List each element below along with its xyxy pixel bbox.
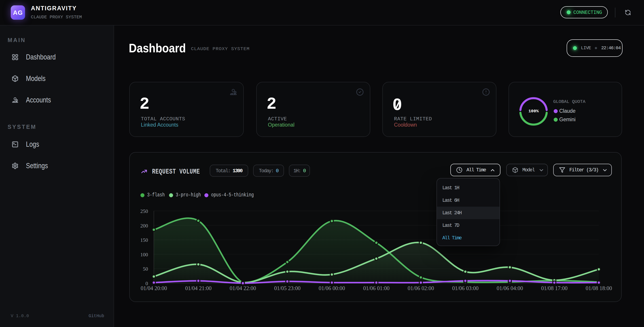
- svg-text:01/06 02:00: 01/06 02:00: [408, 285, 434, 291]
- svg-text:01/05 23:00: 01/05 23:00: [274, 285, 300, 291]
- svg-text:100: 100: [140, 252, 148, 258]
- svg-text:01/04 20:00: 01/04 20:00: [141, 285, 167, 291]
- svg-text:01/08 17:00: 01/08 17:00: [541, 285, 568, 291]
- svg-text:50: 50: [143, 266, 148, 272]
- svg-text:01/04 22:00: 01/04 22:00: [230, 285, 256, 291]
- svg-text:01/08 18:00: 01/08 18:00: [586, 285, 612, 291]
- svg-text:250: 250: [140, 208, 148, 214]
- svg-text:01/04 21:00: 01/04 21:00: [185, 285, 212, 291]
- svg-text:150: 150: [140, 237, 148, 243]
- svg-text:01/06 04:00: 01/06 04:00: [497, 285, 523, 291]
- svg-text:01/06 03:00: 01/06 03:00: [452, 285, 478, 291]
- svg-text:01/06 00:00: 01/06 00:00: [319, 285, 345, 291]
- svg-text:01/06 01:00: 01/06 01:00: [363, 285, 390, 291]
- svg-text:200: 200: [140, 223, 148, 228]
